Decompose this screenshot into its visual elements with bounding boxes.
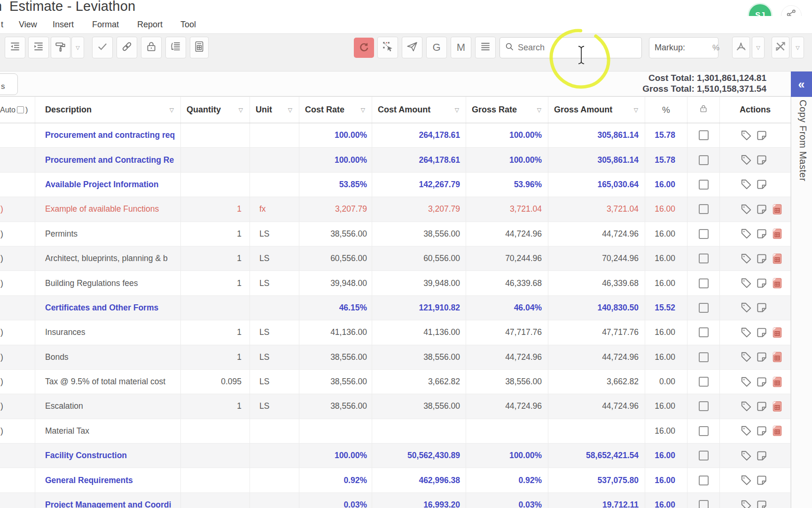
format-paint-button[interactable] [51,37,70,58]
filter-icon[interactable]: ▽ [634,107,638,113]
menu-item-format[interactable]: Format [92,20,119,30]
note-icon[interactable] [756,400,768,413]
note-icon[interactable] [756,253,768,265]
outdent-button[interactable] [5,37,25,58]
format-paint-dropdown[interactable]: ▽ [71,37,84,58]
row-checkbox[interactable] [699,155,709,165]
filter-icon[interactable]: ▽ [288,107,292,113]
tag-icon[interactable] [740,302,752,314]
row-checkbox[interactable] [699,130,709,140]
table-row[interactable]: General Requirements0.92%462,996.380.92%… [0,468,791,492]
lock-button[interactable] [141,37,162,58]
node-select-button[interactable] [377,37,398,58]
note-icon[interactable] [756,129,768,142]
note-icon[interactable] [756,326,768,339]
row-checkbox[interactable] [699,204,709,214]
tag-icon[interactable] [740,129,752,142]
link-button[interactable] [117,37,137,58]
estimate-detail-icon[interactable] [771,253,783,265]
table-row[interactable]: )Bonds1LS38,556.0038,556.0044,724.9644,7… [0,345,791,370]
note-icon[interactable] [756,425,768,437]
menu-item-edit[interactable]: t [1,20,3,30]
note-icon[interactable] [756,277,768,289]
table-row[interactable]: )Architect, blueprints, planning & b1LS6… [0,246,791,271]
row-checkbox[interactable] [699,327,709,337]
note-icon[interactable] [756,228,768,240]
tag-icon[interactable] [740,499,752,508]
estimate-detail-icon[interactable] [771,400,783,413]
filter-icon[interactable]: ▽ [455,107,459,113]
pdf-export-button[interactable] [732,37,750,58]
tag-icon[interactable] [740,277,752,289]
estimate-detail-icon[interactable] [771,425,783,437]
table-row[interactable]: Procurement and Contracting Re100.00%264… [0,148,791,172]
document-calc-button[interactable] [190,37,209,58]
filter-icon[interactable]: ▽ [537,107,541,113]
estimate-detail-icon[interactable] [771,203,783,215]
row-checkbox[interactable] [699,426,709,436]
table-row[interactable]: Procurement and contracting req100.00%26… [0,123,791,148]
m-button[interactable]: M [451,37,471,58]
g-button[interactable]: G [426,37,447,58]
filter-icon[interactable]: ▽ [361,107,365,113]
excel-export-dropdown[interactable]: ▽ [791,37,804,58]
estimate-detail-icon[interactable] [771,376,783,388]
row-checkbox[interactable] [699,476,709,485]
row-checkbox[interactable] [699,278,709,288]
send-plane-button[interactable] [402,37,422,58]
estimate-detail-icon[interactable] [771,228,783,240]
row-checkbox[interactable] [699,451,709,460]
row-checkbox[interactable] [699,303,709,313]
note-icon[interactable] [756,474,768,486]
row-checkbox[interactable] [699,500,709,508]
note-icon[interactable] [756,154,768,166]
row-checkbox[interactable] [699,180,709,190]
confirm-button[interactable] [92,37,113,58]
table-row[interactable]: Available Project Information53.85%142,2… [0,173,791,197]
row-checkbox[interactable] [699,229,709,239]
pdf-export-dropdown[interactable]: ▽ [752,37,765,58]
side-panel-collapse-button[interactable]: « [791,71,812,97]
estimate-detail-icon[interactable] [771,277,783,289]
table-row[interactable]: )Tax @ 9.5% of total material cost0.095L… [0,370,791,394]
note-icon[interactable] [756,376,768,388]
tag-icon[interactable] [740,178,752,190]
tag-icon[interactable] [740,474,752,486]
table-row[interactable]: )Example of available Functions1fx3,207.… [0,197,791,222]
note-icon[interactable] [756,450,768,462]
row-checkbox[interactable] [699,401,709,411]
table-row[interactable]: Certificates and Other Forms46.15%121,91… [0,296,791,320]
auto-checkbox[interactable] [17,106,24,113]
cutoff-button-fragment[interactable]: s [0,73,18,95]
row-checkbox[interactable] [699,377,709,387]
table-row[interactable]: )Escalation1LS38,556.0038,556.0044,724.9… [0,394,791,419]
menu-item-report[interactable]: Report [137,20,163,30]
tag-icon[interactable] [740,228,752,240]
excel-export-button[interactable] [772,37,789,58]
copy-from-master-tab[interactable]: Copy From Master [797,100,808,182]
menu-item-view[interactable]: View [19,20,37,30]
table-row[interactable]: )Permints1LS38,556.0038,556.0044,724.964… [0,222,791,246]
menu-lines-button[interactable] [475,37,496,58]
tag-icon[interactable] [740,351,752,363]
estimate-detail-icon[interactable] [771,326,783,339]
filter-icon[interactable]: ▽ [239,107,243,113]
table-row[interactable]: Project Management and Coordi0.03%16,993… [0,493,791,508]
tag-icon[interactable] [740,425,752,437]
tag-icon[interactable] [740,253,752,265]
search-input[interactable] [518,43,637,53]
note-icon[interactable] [756,499,768,508]
table-row[interactable]: )Building Regulations fees1LS39,948.0039… [0,271,791,295]
row-checkbox[interactable] [699,352,709,362]
refresh-button[interactable] [354,38,374,58]
markup-input[interactable] [685,43,712,53]
note-icon[interactable] [756,203,768,215]
note-icon[interactable] [756,178,768,190]
menu-item-tool[interactable]: Tool [180,20,196,30]
tag-icon[interactable] [740,154,752,166]
tag-icon[interactable] [740,203,752,215]
note-icon[interactable] [756,351,768,363]
note-icon[interactable] [756,302,768,314]
table-row[interactable]: Facility Construction100.00%50,562,430.8… [0,444,791,468]
tag-icon[interactable] [740,376,752,388]
